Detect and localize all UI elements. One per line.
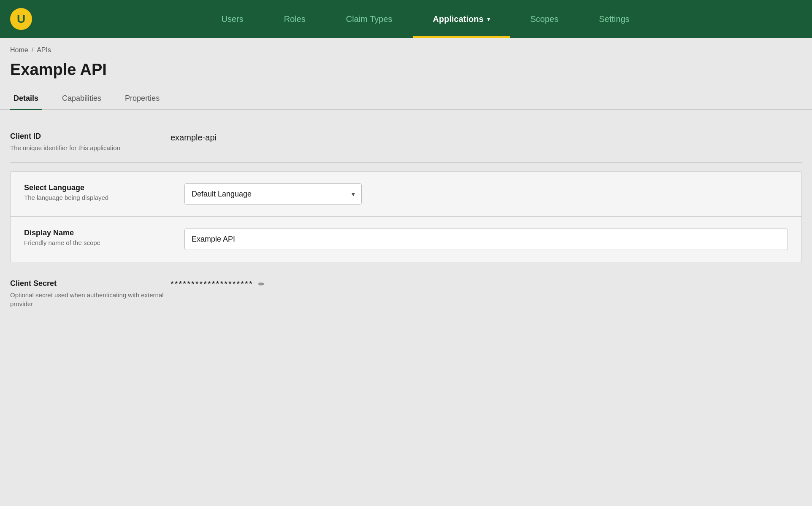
nav-item-settings[interactable]: Settings (579, 0, 650, 38)
nav-item-claim-types[interactable]: Claim Types (326, 0, 413, 38)
tab-properties[interactable]: Properties (122, 89, 163, 110)
language-select[interactable]: Default Language English French German (184, 183, 362, 205)
page-header: Example API (0, 57, 812, 89)
client-secret-edit-icon[interactable]: ✏ (258, 280, 265, 289)
tab-capabilities[interactable]: Capabilities (59, 89, 105, 110)
display-name-section: Display Name Friendly name of the scope (11, 217, 801, 262)
applications-dropdown-arrow: ▾ (487, 16, 490, 22)
breadcrumb: Home / APIs (10, 46, 802, 54)
logo-letter: U (17, 12, 25, 26)
display-name-description: Friendly name of the scope (24, 239, 184, 246)
divider-1 (10, 162, 802, 163)
navbar: U Users Roles Claim Types Applications ▾… (0, 0, 812, 38)
language-display-card: Select Language The language being displ… (10, 171, 802, 262)
client-id-label: Client ID (10, 132, 171, 141)
tabs-bar: Details Capabilities Properties (0, 89, 812, 110)
select-language-section: Select Language The language being displ… (11, 172, 801, 217)
page-title: Example API (10, 61, 802, 79)
select-language-description: The language being displayed (24, 194, 184, 201)
client-id-description: The unique identifier for this applicati… (10, 143, 171, 152)
language-select-wrapper: Default Language English French German ▾ (184, 183, 362, 205)
breadcrumb-area: Home / APIs (0, 38, 812, 57)
client-secret-row: Client Secret Optional secret used when … (10, 271, 802, 317)
client-secret-label-col: Client Secret Optional secret used when … (10, 279, 171, 308)
client-secret-description: Optional secret used when authenticating… (10, 291, 171, 308)
client-id-label-col: Client ID The unique identifier for this… (10, 132, 171, 152)
display-name-label-col: Display Name Friendly name of the scope (24, 229, 184, 246)
nav-item-users[interactable]: Users (201, 0, 263, 38)
breadcrumb-home[interactable]: Home (10, 46, 28, 54)
nav-links: Users Roles Claim Types Applications ▾ S… (49, 0, 802, 38)
select-language-label: Select Language (24, 183, 184, 192)
nav-item-scopes[interactable]: Scopes (510, 0, 579, 38)
display-name-input-wrapper (184, 229, 788, 250)
breadcrumb-current: APIs (37, 46, 51, 54)
client-secret-value-wrapper: ******************** ✏ (171, 279, 265, 289)
breadcrumb-separator: / (32, 46, 33, 54)
client-secret-label: Client Secret (10, 279, 171, 288)
client-id-row: Client ID The unique identifier for this… (10, 124, 802, 161)
content-area: Client ID The unique identifier for this… (0, 110, 812, 330)
nav-item-roles[interactable]: Roles (264, 0, 326, 38)
display-name-label: Display Name (24, 229, 184, 237)
nav-item-applications[interactable]: Applications ▾ (413, 0, 510, 38)
logo[interactable]: U (10, 8, 32, 30)
client-secret-masked: ******************** (171, 279, 253, 289)
select-language-input-wrapper: Default Language English French German ▾ (184, 183, 788, 205)
display-name-input[interactable] (184, 229, 788, 250)
select-language-label-col: Select Language The language being displ… (24, 183, 184, 201)
tab-details[interactable]: Details (10, 89, 42, 110)
client-id-value: example-api (171, 132, 217, 143)
